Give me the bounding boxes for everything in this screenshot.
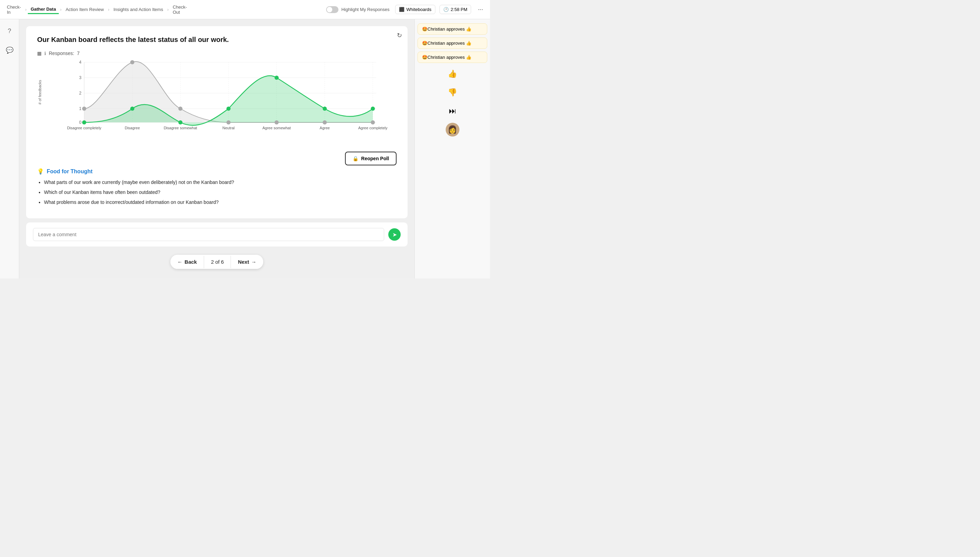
svg-text:Agree: Agree [320, 126, 329, 130]
reaction-text-3: 🤩Christian approves 👍 [422, 55, 471, 60]
reopen-poll-button[interactable]: 🔒 Reopen Poll [345, 151, 396, 165]
svg-point-24 [82, 121, 86, 124]
food-item-1: What parts of our work are currently (ma… [44, 179, 396, 186]
reaction-card-2[interactable]: 🤩Christian approves 👍 [417, 37, 487, 49]
back-button[interactable]: ← Back [170, 255, 204, 269]
thumbs-down-icon[interactable]: 👎 [446, 86, 459, 99]
svg-point-19 [178, 107, 182, 111]
next-arrow-icon: → [251, 259, 256, 265]
insights-label: Insights and Action Items [114, 7, 163, 12]
svg-point-26 [178, 121, 182, 124]
clock-icon: 🕐 [443, 7, 449, 12]
reopen-poll-label: Reopen Poll [361, 156, 389, 161]
top-nav: Check-In › Gather Data › Action Item Rev… [0, 0, 490, 19]
back-label: Back [185, 259, 197, 265]
highlight-toggle-container: Highlight My Responses [326, 6, 389, 13]
svg-text:Neutral: Neutral [222, 126, 234, 130]
nav-step-check-out[interactable]: Check-Out [170, 3, 190, 16]
nav-arrow-4: › [167, 7, 169, 12]
page-info: 2 of 6 [204, 255, 231, 269]
reopen-row: 🔒 Reopen Poll [37, 151, 396, 165]
user-avatar[interactable]: 👩 [446, 123, 459, 137]
reaction-card-3[interactable]: 🤩Christian approves 👍 [417, 52, 487, 63]
whiteboards-button[interactable]: ⬛ Whiteboards [395, 5, 435, 14]
right-reaction-icons: 👍 👎 ⏭ 👩 [417, 67, 487, 137]
chart-bar-icon: ▦ [37, 50, 42, 56]
svg-text:3: 3 [79, 75, 81, 80]
svg-text:1: 1 [79, 106, 81, 111]
responses-row: ▦ ℹ Responses: 7 [37, 50, 396, 56]
svg-text:4: 4 [79, 60, 81, 65]
main-layout: ? 💬 ↻ Our Kanban board reflects the late… [0, 19, 490, 278]
nav-arrow-2: › [60, 7, 62, 12]
svg-point-22 [323, 121, 327, 124]
svg-point-20 [226, 121, 230, 124]
check-in-label: Check-In [7, 5, 21, 15]
time-display: 2:58 PM [451, 7, 467, 12]
whiteboards-label: Whiteboards [407, 7, 432, 12]
gather-data-label: Gather Data [31, 7, 56, 12]
nav-arrow-1: › [25, 7, 26, 12]
thumbs-up-icon[interactable]: 👍 [446, 67, 459, 81]
svg-point-30 [371, 107, 375, 111]
nav-step-action-item-review[interactable]: Action Item Review [63, 5, 107, 13]
left-sidebar: ? 💬 [0, 19, 19, 278]
time-button[interactable]: 🕐 2:58 PM [440, 5, 471, 14]
nav-footer: ← Back 2 of 6 Next → [26, 251, 407, 270]
card-title: Our Kanban board reflects the latest sta… [37, 36, 277, 44]
more-options-button[interactable]: ··· [475, 5, 486, 15]
comment-input[interactable] [33, 228, 384, 241]
responses-label: Responses: [49, 50, 74, 56]
action-item-review-label: Action Item Review [66, 7, 104, 12]
fast-forward-icon[interactable]: ⏭ [446, 104, 459, 118]
back-arrow-icon: ← [177, 259, 182, 265]
lightbulb-icon: 💡 [37, 168, 44, 175]
svg-point-28 [274, 76, 279, 80]
y-axis-label: # of feedbacks [38, 80, 42, 104]
reaction-text-1: 🤩Christian approves 👍 [422, 26, 471, 32]
svg-point-25 [130, 107, 135, 111]
next-label: Next [238, 259, 249, 265]
svg-point-17 [82, 107, 86, 111]
chart-svg: 4 3 2 1 0 [54, 59, 396, 134]
svg-text:Agree somewhat: Agree somewhat [263, 126, 291, 130]
nav-step-check-in[interactable]: Check-In [4, 3, 24, 16]
svg-text:Disagree: Disagree [125, 126, 140, 130]
svg-text:2: 2 [79, 91, 81, 96]
pagination-pill: ← Back 2 of 6 Next → [170, 255, 263, 269]
nav-step-insights[interactable]: Insights and Action Items [110, 5, 166, 13]
highlight-label: Highlight My Responses [341, 7, 389, 12]
svg-text:Disagree completely: Disagree completely [67, 126, 101, 130]
main-card: ↻ Our Kanban board reflects the latest s… [26, 26, 407, 218]
food-item-3: What problems arose due to incorrect/out… [44, 199, 396, 206]
lock-icon: 🔒 [352, 156, 359, 161]
whiteboards-icon: ⬛ [399, 7, 404, 12]
food-list: What parts of our work are currently (ma… [37, 179, 396, 206]
svg-text:Agree completely: Agree completely [359, 126, 388, 130]
next-button[interactable]: Next → [231, 255, 263, 269]
svg-text:0: 0 [79, 120, 81, 125]
refresh-icon[interactable]: ↻ [397, 32, 402, 39]
highlight-toggle-switch[interactable] [326, 6, 339, 13]
chat-icon[interactable]: 💬 [3, 44, 16, 56]
reaction-text-2: 🤩Christian approves 👍 [422, 41, 471, 46]
help-icon[interactable]: ? [3, 25, 16, 37]
send-icon: ➤ [393, 231, 397, 238]
food-title: 💡 Food for Thought [37, 168, 396, 175]
center-content: ↻ Our Kanban board reflects the latest s… [19, 19, 414, 278]
reaction-card-1[interactable]: 🤩Christian approves 👍 [417, 23, 487, 35]
svg-point-29 [323, 107, 327, 111]
food-item-2: Which of our Kanban items have often bee… [44, 189, 396, 196]
right-sidebar: 🤩Christian approves 👍 🤩Christian approve… [414, 19, 490, 278]
check-out-label: Check-Out [173, 5, 187, 15]
send-button[interactable]: ➤ [388, 228, 401, 241]
comment-card: ➤ [26, 223, 407, 246]
nav-arrow-3: › [108, 7, 109, 12]
food-title-text: Food for Thought [47, 168, 92, 175]
info-icon: ℹ [44, 51, 46, 56]
chart-wrapper: # of feedbacks 4 3 2 1 0 [37, 59, 396, 146]
svg-text:Disagree somewhat: Disagree somewhat [164, 126, 197, 130]
nav-step-gather-data[interactable]: Gather Data [28, 5, 59, 14]
svg-point-21 [274, 121, 279, 124]
responses-count: 7 [77, 50, 80, 56]
